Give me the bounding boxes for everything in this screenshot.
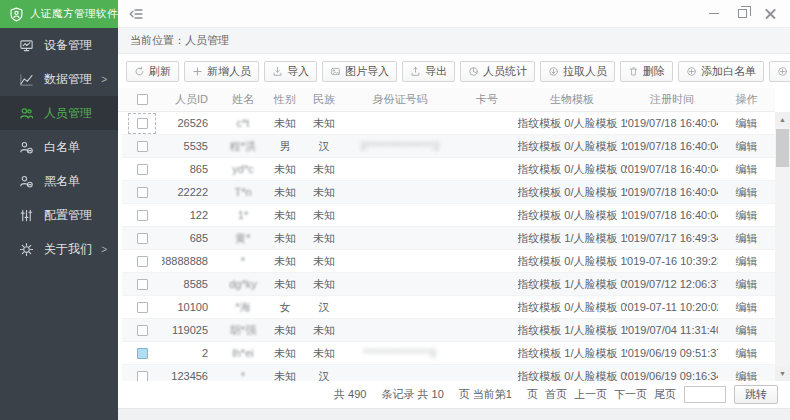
export-icon bbox=[410, 66, 421, 77]
refresh-button[interactable]: 刷新 bbox=[126, 61, 179, 82]
table-row[interactable]: 88888888*未知未知指纹模板 0/人脸模板 12019-07-16 10:… bbox=[122, 250, 775, 273]
sidebar-item-whitelist[interactable]: 白名单 bbox=[0, 130, 118, 164]
cell-gender: 男 bbox=[266, 135, 304, 157]
table-row[interactable]: 119025胡*强未知未知指纹模板 1/人脸模板 12019/07/04 11:… bbox=[122, 319, 775, 342]
footer-strip bbox=[118, 408, 790, 420]
edit-link[interactable]: 编辑 bbox=[736, 323, 758, 338]
table-row[interactable]: 10100*海女汉指纹模板 0/人脸模板 02019-07-11 10:20:0… bbox=[122, 296, 775, 319]
delete-button[interactable]: 删除 bbox=[620, 61, 673, 82]
last-page-link[interactable]: 尾页 bbox=[654, 387, 676, 402]
sidebar-item-device[interactable]: 设备管理 bbox=[0, 28, 118, 62]
add-person-button[interactable]: 新增人员 bbox=[184, 61, 259, 82]
row-checkbox[interactable] bbox=[137, 164, 148, 175]
restore-icon bbox=[738, 9, 747, 18]
scroll-down-icon[interactable]: ▼ bbox=[775, 366, 790, 381]
add-whitelist-button[interactable]: 添加白名单 bbox=[678, 61, 764, 82]
cell-op: 编辑 bbox=[718, 158, 775, 180]
maximize-button[interactable] bbox=[728, 1, 756, 27]
edit-link[interactable]: 编辑 bbox=[736, 231, 758, 246]
app-title: 人证魔方管理软件 bbox=[30, 7, 118, 21]
next-page-link[interactable]: 下一页 bbox=[614, 387, 647, 402]
minimize-button[interactable] bbox=[700, 1, 728, 27]
column-header-bio: 生物模板 bbox=[518, 88, 626, 111]
row-checkbox[interactable] bbox=[137, 118, 148, 129]
person-stats-button[interactable]: 人员统计 bbox=[460, 61, 535, 82]
vertical-scrollbar[interactable]: ▲ ▼ bbox=[775, 112, 790, 381]
prev-page-link[interactable]: 上一页 bbox=[574, 387, 607, 402]
column-header-gender: 性别 bbox=[266, 88, 304, 111]
cell-check bbox=[122, 319, 162, 341]
jump-button[interactable]: 跳转 bbox=[734, 385, 778, 404]
row-checkbox[interactable] bbox=[137, 233, 148, 244]
cell-check bbox=[122, 204, 162, 226]
table-row[interactable]: 2lh*ei未知未知**************5指纹模板 1/人脸模板 120… bbox=[122, 342, 775, 365]
sidebar-item-blacklist[interactable]: 黑名单 bbox=[0, 164, 118, 198]
import-button[interactable]: 导入 bbox=[264, 61, 317, 82]
cell-idno bbox=[344, 365, 456, 381]
column-header-ethnic: 民族 bbox=[304, 88, 344, 111]
edit-link[interactable]: 编辑 bbox=[736, 277, 758, 292]
toolbar-button-label: 图片导入 bbox=[345, 64, 389, 79]
row-checkbox[interactable] bbox=[137, 348, 148, 359]
row-checkbox[interactable] bbox=[137, 279, 148, 290]
add-blacklist-button[interactable]: 添加黑名单 bbox=[769, 61, 790, 82]
edit-link[interactable]: 编辑 bbox=[736, 369, 758, 382]
cell-check bbox=[122, 273, 162, 295]
table-row[interactable]: 26526c*t未知未知指纹模板 0/人脸模板 12019/07/18 16:4… bbox=[122, 112, 775, 135]
main-content: 当前位置：人员管理 刷新新增人员导入图片导入导出人员统计拉取人员删除添加白名单添… bbox=[118, 28, 790, 420]
image-import-button[interactable]: 图片导入 bbox=[322, 61, 397, 82]
page-jump-input[interactable] bbox=[684, 386, 726, 403]
cell-id: 26526 bbox=[162, 112, 220, 134]
table-row[interactable]: 22222T*n未知未知指纹模板 0/人脸模板 12019/07/18 16:4… bbox=[122, 181, 775, 204]
table-row[interactable]: 8585dg*ky未知未知指纹模板 1/人脸模板 02019/07/12 12:… bbox=[122, 273, 775, 296]
export-button[interactable]: 导出 bbox=[402, 61, 455, 82]
sidebar-item-about[interactable]: 关于我们> bbox=[0, 232, 118, 266]
scrollbar-thumb[interactable] bbox=[776, 129, 789, 167]
row-checkbox[interactable] bbox=[137, 210, 148, 221]
cell-check bbox=[122, 342, 162, 364]
cell-name: 1* bbox=[220, 204, 266, 226]
select-all-checkbox[interactable] bbox=[137, 94, 148, 105]
table-body: 26526c*t未知未知指纹模板 0/人脸模板 12019/07/18 16:4… bbox=[118, 112, 790, 381]
edit-link[interactable]: 编辑 bbox=[736, 162, 758, 177]
cell-id: 5535 bbox=[162, 135, 220, 157]
checkbox-cell bbox=[129, 160, 155, 179]
sidebar-item-config[interactable]: 配置管理 bbox=[0, 198, 118, 232]
edit-link[interactable]: 编辑 bbox=[736, 254, 758, 269]
checkbox-cell bbox=[129, 321, 155, 340]
edit-link[interactable]: 编辑 bbox=[736, 346, 758, 361]
stats-icon bbox=[468, 66, 479, 77]
cell-gender: 未知 bbox=[266, 273, 304, 295]
edit-link[interactable]: 编辑 bbox=[736, 139, 758, 154]
cell-ethnic: 汉 bbox=[304, 296, 344, 318]
table-row[interactable]: 685黄*未知未知指纹模板 1/人脸模板 12019/07/17 16:49:3… bbox=[122, 227, 775, 250]
cell-bio: 指纹模板 0/人脸模板 0 bbox=[518, 296, 626, 318]
sidebar-item-data[interactable]: 数据管理> bbox=[0, 62, 118, 96]
row-checkbox[interactable] bbox=[137, 325, 148, 336]
cell-time: 2019-07-16 10:39:23 bbox=[626, 250, 718, 272]
scroll-up-icon[interactable]: ▲ bbox=[775, 112, 790, 127]
sidebar-item-person[interactable]: 人员管理 bbox=[0, 96, 118, 130]
table-row[interactable]: 5535程*洪男汉3**************2指纹模板 0/人脸模板 120… bbox=[122, 135, 775, 158]
table-row[interactable]: 123456*未知汉指纹模板 0/人脸模板 02019/06/19 09:16:… bbox=[122, 365, 775, 381]
close-button[interactable] bbox=[756, 1, 784, 27]
collapse-sidebar-icon[interactable] bbox=[128, 6, 144, 22]
first-page-link[interactable]: 首页 bbox=[545, 387, 567, 402]
cell-bio: 指纹模板 0/人脸模板 1 bbox=[518, 250, 626, 272]
cell-name: 程*洪 bbox=[220, 135, 266, 157]
row-checkbox[interactable] bbox=[137, 371, 148, 382]
pull-person-button[interactable]: 拉取人员 bbox=[540, 61, 615, 82]
row-checkbox[interactable] bbox=[137, 141, 148, 152]
cell-idno bbox=[344, 296, 456, 318]
table-row[interactable]: 1221*未知未知指纹模板 0/人脸模板 12019/07/18 16:40:0… bbox=[122, 204, 775, 227]
edit-link[interactable]: 编辑 bbox=[736, 116, 758, 131]
edit-link[interactable]: 编辑 bbox=[736, 300, 758, 315]
row-checkbox[interactable] bbox=[137, 256, 148, 267]
table-row[interactable]: 865yd*c未知未知指纹模板 0/人脸模板 02019/07/18 16:40… bbox=[122, 158, 775, 181]
edit-link[interactable]: 编辑 bbox=[736, 185, 758, 200]
row-checkbox[interactable] bbox=[137, 302, 148, 313]
cell-bio: 指纹模板 1/人脸模板 1 bbox=[518, 342, 626, 364]
row-checkbox[interactable] bbox=[137, 187, 148, 198]
edit-link[interactable]: 编辑 bbox=[736, 208, 758, 223]
cell-id: 119025 bbox=[162, 319, 220, 341]
